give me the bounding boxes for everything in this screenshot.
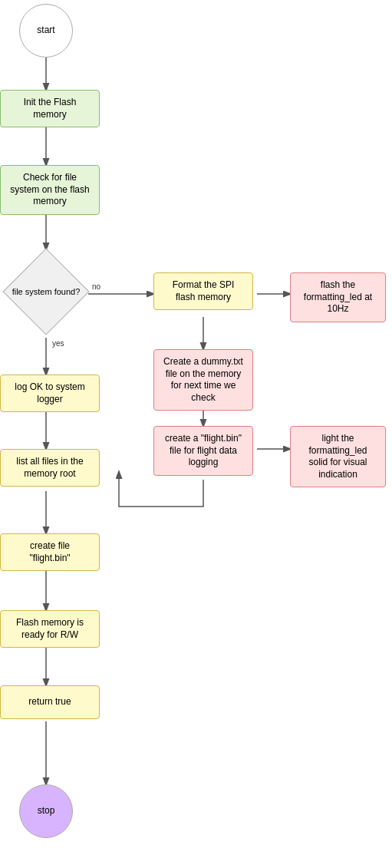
create-dummy-node: Create a dummy.txt file on the memory fo… xyxy=(153,349,253,411)
yes-label: yes xyxy=(52,339,64,348)
check-fs-node: Check for file system on the flash memor… xyxy=(0,165,100,215)
format-spi-node: Format the SPI flash memory xyxy=(153,272,253,310)
stop-node: stop xyxy=(19,784,73,838)
fs-found-diamond: file system found? xyxy=(4,249,88,334)
light-led-solid-label: light the formatting_led solid for visua… xyxy=(298,433,377,480)
init-flash-node: Init the Flash memory xyxy=(0,90,100,127)
return-true-label: return true xyxy=(28,696,71,708)
no-label: no xyxy=(92,282,100,291)
fs-found-label: file system found? xyxy=(12,287,81,296)
light-led-solid-node: light the formatting_led solid for visua… xyxy=(290,426,386,487)
list-files-label: list all files in the memory root xyxy=(8,456,91,480)
log-ok-label: log OK to system logger xyxy=(8,381,91,405)
flash-ready-node: Flash memory is ready for R/W xyxy=(0,610,100,648)
create-flight-bin-node: create a "flight.bin" file for flight da… xyxy=(153,426,253,476)
start-node: start xyxy=(19,4,73,58)
flash-ready-label: Flash memory is ready for R/W xyxy=(8,617,91,641)
create-file-node: create file "flight.bin" xyxy=(0,533,100,571)
list-files-node: list all files in the memory root xyxy=(0,449,100,487)
create-flight-label: create a "flight.bin" file for flight da… xyxy=(162,433,245,469)
start-label: start xyxy=(37,25,54,37)
flash-led-10hz-label: flash the formatting_led at 10Hz xyxy=(298,279,377,315)
stop-label: stop xyxy=(38,805,55,817)
create-dummy-label: Create a dummy.txt file on the memory fo… xyxy=(162,356,245,404)
log-ok-node: log OK to system logger xyxy=(0,375,100,412)
create-file-label: create file "flight.bin" xyxy=(8,540,91,564)
format-spi-label: Format the SPI flash memory xyxy=(162,279,245,303)
init-flash-label: Init the Flash memory xyxy=(8,97,91,120)
return-true-node: return true xyxy=(0,685,100,719)
flash-led-10hz-node: flash the formatting_led at 10Hz xyxy=(290,272,386,322)
flowchart: start Init the Flash memory Check for fi… xyxy=(0,0,392,868)
check-fs-label: Check for file system on the flash memor… xyxy=(8,172,91,208)
